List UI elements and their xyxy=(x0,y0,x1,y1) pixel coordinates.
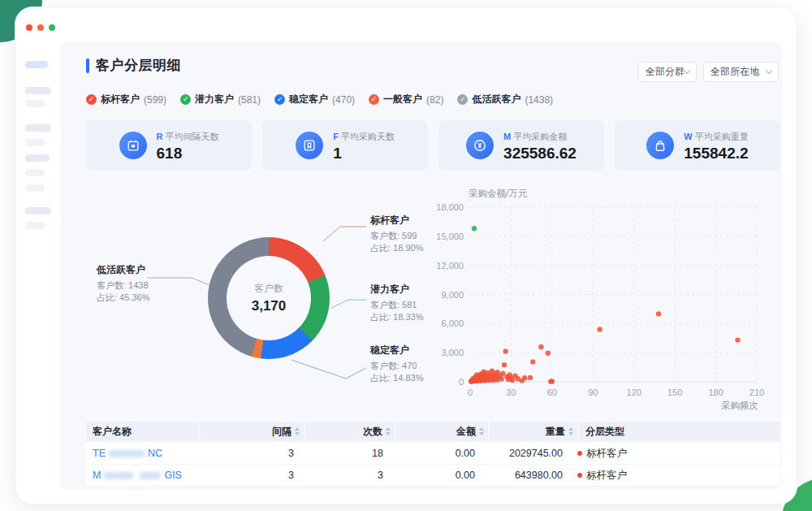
cell-type: 标杆客户 xyxy=(571,465,772,486)
column-header-amount[interactable]: 金额 xyxy=(396,422,488,441)
column-header-times[interactable]: 次数 xyxy=(305,422,395,441)
sidebar-skeleton-bar[interactable] xyxy=(25,169,45,176)
filter-location-dropdown[interactable]: 全部所在地 xyxy=(703,62,779,82)
sidebar-skeleton-bar[interactable] xyxy=(25,87,51,94)
column-header-gap[interactable]: 间隔 xyxy=(200,422,304,441)
stat-value: 325586.62 xyxy=(503,145,577,162)
sort-icon[interactable] xyxy=(568,427,573,435)
stat-cards: R平均间隔天数 618 F平均采购天数 1 xyxy=(86,120,780,171)
table-row[interactable]: M GIS 3 3 0.00 643980.00 标杆客户 xyxy=(86,465,780,487)
stat-card-weight: W平均采购重量 155842.2 xyxy=(615,120,780,171)
cell-gap: 3 xyxy=(198,465,302,486)
type-dot-icon xyxy=(577,451,582,456)
stat-card-frequency: F平均采购天数 1 xyxy=(262,120,428,171)
donut-callout-dihuoyue: 低活跃客户 客户数: 1438 占比: 45.36% xyxy=(97,263,149,304)
sort-icon[interactable] xyxy=(479,427,484,435)
title-accent-bar xyxy=(86,58,89,73)
svg-text:12,000: 12,000 xyxy=(436,261,464,271)
main-panel: 客户分层明细 全部分群 全部所在地 ✓ 标杆客户 (599) ✓ 潜力客户 xyxy=(60,41,782,490)
filter-segment-dropdown[interactable]: 全部分群 xyxy=(638,62,697,82)
stat-value: 618 xyxy=(157,145,219,162)
chevron-down-icon xyxy=(766,67,772,74)
redacted-text xyxy=(104,472,133,479)
sort-icon[interactable] xyxy=(295,427,300,435)
svg-text:3,000: 3,000 xyxy=(441,348,464,357)
check-circle-icon: ✓ xyxy=(457,94,468,105)
window-dot-close[interactable] xyxy=(26,24,32,31)
svg-text:120: 120 xyxy=(627,388,641,397)
cell-times: 18 xyxy=(302,443,391,464)
legend-item-yiban[interactable]: ✓ 一般客户 (82) xyxy=(369,93,443,106)
table-header: 客户名称 间隔 次数 金额 重量 xyxy=(86,422,780,441)
page-title: 客户分层明细 xyxy=(86,56,181,75)
cell-weight: 643980.00 xyxy=(483,465,571,486)
sidebar-skeleton-bar[interactable] xyxy=(25,124,51,132)
stat-value: 155842.2 xyxy=(684,145,748,162)
check-circle-icon: ✓ xyxy=(180,94,191,105)
svg-text:150: 150 xyxy=(667,388,682,397)
svg-text:30: 30 xyxy=(506,388,516,397)
svg-text:6,000: 6,000 xyxy=(441,318,464,328)
legend-item-qianli[interactable]: ✓ 潜力客户 (581) xyxy=(180,93,261,106)
sidebar-skeleton-bar[interactable] xyxy=(25,207,51,214)
purchase-scatter-chart[interactable]: 03,0006,0009,00012,00015,00018,000030609… xyxy=(435,186,784,412)
sort-icon[interactable] xyxy=(386,427,391,435)
check-circle-icon: ✓ xyxy=(369,94,379,105)
svg-text:18,000: 18,000 xyxy=(436,202,464,212)
svg-text:60: 60 xyxy=(547,388,557,397)
donut-callout-qianli: 潜力客户 客户数: 581 占比: 18.33% xyxy=(370,283,423,323)
svg-text:90: 90 xyxy=(588,388,598,397)
donut-callout-wending: 稳定客户 客户数: 470 占比: 14.83% xyxy=(370,344,423,384)
window-dot-minimize[interactable] xyxy=(37,24,44,31)
sidebar-skeleton-bar[interactable] xyxy=(25,184,45,192)
stat-value: 1 xyxy=(333,145,395,162)
type-dot-icon xyxy=(577,473,582,478)
column-header-name[interactable]: 客户名称 xyxy=(86,422,198,441)
cell-amount: 0.00 xyxy=(391,443,483,464)
donut-center-label: 客户数 3,170 xyxy=(208,237,330,359)
cell-gap: 3 xyxy=(198,443,302,464)
svg-text:15,000: 15,000 xyxy=(436,232,464,241)
svg-text:210: 210 xyxy=(749,388,764,397)
app-window: 客户分层明细 全部分群 全部所在地 ✓ 标杆客户 (599) ✓ 潜力客户 xyxy=(15,6,797,505)
column-header-weight[interactable]: 重量 xyxy=(490,422,577,441)
cell-weight: 2029745.00 xyxy=(483,443,571,464)
sidebar-skeleton-bar[interactable] xyxy=(25,139,45,146)
calendar-icon xyxy=(119,132,147,159)
svg-text:0: 0 xyxy=(459,377,464,387)
check-circle-icon: ✓ xyxy=(274,94,285,105)
column-header-type: 分层类型 xyxy=(579,422,780,441)
bookmark-icon xyxy=(296,132,323,159)
window-controls xyxy=(26,24,55,31)
cell-times: 3 xyxy=(302,465,391,486)
window-dot-zoom[interactable] xyxy=(49,24,55,31)
bag-icon xyxy=(646,132,674,159)
legend-item-biaogan[interactable]: ✓ 标杆客户 (599) xyxy=(86,93,166,106)
svg-text:0: 0 xyxy=(468,388,473,397)
svg-text:采购金额/万元: 采购金额/万元 xyxy=(469,188,528,198)
screenshot-root: 客户分层明细 全部分群 全部所在地 ✓ 标杆客户 (599) ✓ 潜力客户 xyxy=(0,0,812,511)
legend-item-wending[interactable]: ✓ 稳定客户 (470) xyxy=(274,93,355,106)
sidebar-skeleton-bar[interactable] xyxy=(25,100,45,107)
customer-name-link[interactable]: M GIS xyxy=(86,465,198,486)
stat-card-monetary: M平均采购金额 325586.62 xyxy=(438,120,604,171)
check-circle-icon: ✓ xyxy=(86,94,97,105)
stat-card-recency: R平均间隔天数 618 xyxy=(86,120,252,171)
svg-text:采购频次: 采购频次 xyxy=(721,401,758,410)
svg-text:180: 180 xyxy=(708,388,723,397)
legend-item-dihuoyue[interactable]: ✓ 低活跃客户 (1438) xyxy=(457,93,553,106)
sidebar-skeleton-bar[interactable] xyxy=(25,61,48,68)
customer-type-legend: ✓ 标杆客户 (599) ✓ 潜力客户 (581) ✓ 稳定客户 (470) ✓… xyxy=(86,93,553,106)
redacted-text xyxy=(140,472,161,479)
svg-text:9,000: 9,000 xyxy=(441,290,464,300)
donut-callout-biaogan: 标杆客户 客户数: 599 占比: 18.90% xyxy=(370,214,423,254)
table-row[interactable]: TE NC 3 18 0.00 2029745.00 标杆客户 xyxy=(86,443,780,465)
cell-type: 标杆客户 xyxy=(571,443,772,464)
cell-amount: 0.00 xyxy=(391,465,483,486)
chevron-down-icon xyxy=(684,67,690,74)
yen-coin-icon xyxy=(466,132,494,159)
customer-name-link[interactable]: TE NC xyxy=(86,443,198,464)
sidebar-skeleton-bar[interactable] xyxy=(25,222,45,229)
sidebar-skeleton-bar[interactable] xyxy=(25,154,50,162)
redacted-text xyxy=(109,450,145,457)
